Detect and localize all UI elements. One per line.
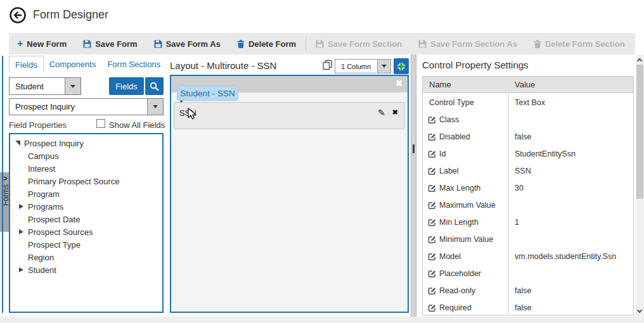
table-row[interactable]: Minimum Value xyxy=(423,231,633,248)
tree-item-primary-prospect-source[interactable]: Primary Prospect Source xyxy=(10,175,162,187)
save-icon xyxy=(154,40,162,48)
drag-tooltip: Student - SSN xyxy=(177,86,238,101)
form-designer-page: Form Designer + New Form Save Form Save … xyxy=(0,0,644,323)
tree-item-student[interactable]: Student xyxy=(10,263,162,276)
vertical-scrollbar[interactable] xyxy=(636,54,644,317)
table-row[interactable]: Id StudentEntitySsn xyxy=(423,145,633,162)
edit-row-icon[interactable] xyxy=(428,269,437,280)
tab-components[interactable]: Components xyxy=(44,56,102,73)
chevron-down-icon[interactable] xyxy=(147,99,163,115)
left-panel-tabs: Fields Components Form Sections xyxy=(9,56,166,73)
chevron-right-icon: > xyxy=(3,174,7,182)
show-all-fields-checkbox[interactable] xyxy=(96,119,105,128)
edit-row-icon[interactable] xyxy=(428,235,437,246)
table-row[interactable]: Placeholder xyxy=(423,265,633,282)
chevron-down-icon[interactable] xyxy=(65,78,80,94)
properties-table: Name Value Control Type Text Box Class D… xyxy=(422,76,634,315)
edit-row-icon[interactable] xyxy=(428,218,437,229)
save-icon xyxy=(418,40,427,48)
table-row[interactable]: Label SSN xyxy=(423,162,633,179)
entity-dropdown[interactable]: Student xyxy=(9,77,81,95)
page-title: Form Designer xyxy=(33,8,108,22)
tree-item-programs[interactable]: Programs xyxy=(10,200,162,213)
form-dropdown[interactable]: Prospect Inquiry xyxy=(9,98,164,115)
table-row[interactable]: Disabled false xyxy=(423,128,633,145)
tab-form-sections[interactable]: Form Sections xyxy=(101,56,166,73)
table-row[interactable]: Read-only false xyxy=(423,282,633,299)
close-icon[interactable]: ✖ xyxy=(396,79,402,88)
ssn-field-row[interactable]: SSN ✎ ✖ xyxy=(174,102,405,129)
column-layout-dropdown[interactable]: 1 Column xyxy=(335,59,391,73)
search-icon xyxy=(150,82,159,91)
back-button[interactable] xyxy=(9,6,27,24)
tree-expand-icon[interactable] xyxy=(19,204,23,209)
back-arrow-icon xyxy=(9,6,27,24)
chevron-down-icon[interactable] xyxy=(377,60,390,73)
save-form-button[interactable]: Save Form xyxy=(75,33,145,54)
toolbar-divider xyxy=(306,37,306,51)
plus-icon: + xyxy=(17,39,23,49)
edit-row-icon[interactable] xyxy=(428,149,437,160)
tree-item-region[interactable]: Region xyxy=(10,251,162,263)
edit-row-icon[interactable] xyxy=(428,132,437,143)
page-background-strip xyxy=(0,317,644,323)
delete-form-button[interactable]: Delete Form xyxy=(229,33,304,54)
field-properties-label: Field Properties xyxy=(9,120,67,130)
left-panel-border xyxy=(2,56,3,313)
tree-item-interest[interactable]: Interest xyxy=(10,162,162,175)
save-icon xyxy=(316,40,324,48)
copy-layout-icon[interactable] xyxy=(322,60,333,73)
table-row[interactable]: Control Type Text Box xyxy=(423,94,633,111)
app-header: Form Designer xyxy=(0,0,644,30)
column-header-name: Name xyxy=(429,80,451,89)
toolbar: + New Form Save Form Save Form As xyxy=(9,33,635,54)
fields-button[interactable]: Fields xyxy=(109,77,144,95)
edit-row-icon[interactable] xyxy=(428,303,437,314)
panel-splitter[interactable] xyxy=(411,54,416,317)
scroll-down-icon[interactable] xyxy=(637,308,642,313)
table-row[interactable]: Required false xyxy=(423,299,633,315)
layout-panel-title: Layout - Multiroute - SSN xyxy=(170,60,276,71)
edit-row-icon[interactable] xyxy=(428,167,437,177)
tree-item-program[interactable]: Program xyxy=(10,187,162,200)
tree-item-prospect-type[interactable]: Prospect Type xyxy=(10,238,162,251)
tree-item-prospect-date[interactable]: Prospect Date xyxy=(10,213,162,225)
edit-row-icon[interactable] xyxy=(428,286,437,297)
save-form-as-button[interactable]: Save Form As xyxy=(146,33,229,54)
table-row[interactable]: Maximum Value xyxy=(423,196,633,213)
table-row[interactable]: Min Length 1 xyxy=(423,213,633,231)
show-all-fields-label: Show All Fields xyxy=(109,120,165,130)
add-section-button[interactable] xyxy=(394,58,409,74)
mouse-cursor xyxy=(188,108,197,123)
save-form-section-button[interactable]: Save Form Section xyxy=(307,33,410,54)
column-header-value: Value xyxy=(515,80,535,89)
field-tree: Prospect Inquiry Campus Interest Primary… xyxy=(9,133,164,313)
table-header: Name Value xyxy=(423,77,633,93)
splitter-handle-icon xyxy=(413,144,415,153)
tab-fields[interactable]: Fields xyxy=(9,56,44,73)
properties-panel-title: Control Property Settings xyxy=(422,60,529,70)
new-form-button[interactable]: + New Form xyxy=(9,33,75,54)
edit-pencil-icon[interactable]: ✎ xyxy=(378,108,385,118)
edit-row-icon[interactable] xyxy=(428,184,437,194)
save-form-section-as-button[interactable]: Save Form Section As xyxy=(410,33,525,54)
tree-collapse-icon[interactable] xyxy=(15,141,20,146)
tree-expand-icon[interactable] xyxy=(19,267,23,272)
tree-item-prospect-sources[interactable]: Prospect Sources xyxy=(10,225,162,238)
trash-icon xyxy=(534,40,541,48)
search-button[interactable] xyxy=(145,77,164,95)
tree-item-campus[interactable]: Campus xyxy=(10,149,162,162)
edit-row-icon[interactable] xyxy=(428,115,437,126)
delete-form-section-button[interactable]: Delete Form Section xyxy=(525,33,633,54)
table-row[interactable]: Max Length 30 xyxy=(423,179,633,196)
tree-root-prospect-inquiry[interactable]: Prospect Inquiry xyxy=(10,137,162,149)
delete-x-icon[interactable]: ✖ xyxy=(392,108,398,117)
table-row[interactable]: Model vm.models.studentEntity.Ssn xyxy=(423,248,633,265)
edit-row-icon[interactable] xyxy=(428,252,437,263)
scrollbar-thumb[interactable] xyxy=(636,65,643,199)
tree-expand-icon[interactable] xyxy=(19,229,23,234)
add-plus-icon xyxy=(396,61,406,72)
scroll-up-icon[interactable] xyxy=(637,58,642,63)
table-row[interactable]: Class xyxy=(423,111,633,128)
edit-row-icon[interactable] xyxy=(428,201,437,212)
